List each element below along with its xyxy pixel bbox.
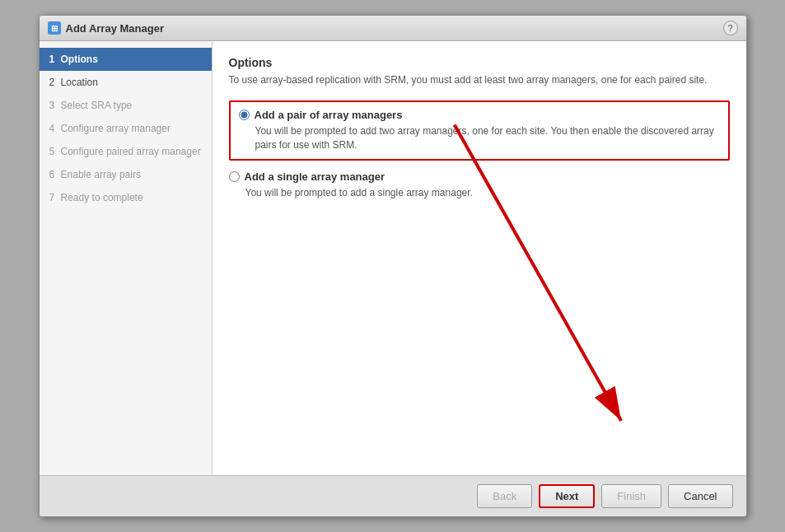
option2-label: Add a single array manager [245,170,385,183]
sidebar-item-label-7: Ready to complete [61,192,143,203]
sidebar-item-enable-pairs: 6 Enable array pairs [40,163,212,186]
section-desc: To use array-based replication with SRM,… [229,74,730,86]
option2-label-row: Add a single array manager [229,170,730,183]
sidebar-item-label-6: Enable array pairs [61,169,141,180]
option2-radio[interactable] [229,171,240,182]
option1-desc: You will be prompted to add two array ma… [239,124,720,152]
dialog-body: 1 Options 2 Location 3 Select SRA type 4… [40,41,746,475]
svg-line-1 [454,125,621,421]
sidebar-item-ready: 7 Ready to complete [40,186,212,209]
cancel-button[interactable]: Cancel [668,484,732,508]
sidebar-item-number-5: 5 [49,146,55,157]
option1-label: Add a pair of array managers [255,109,403,121]
option2-row: Add a single array manager You will be p… [229,170,730,200]
option1-radio[interactable] [239,110,250,120]
add-array-manager-dialog: ⊞ Add Array Manager ? 1 Options 2 Locati… [39,15,747,517]
sidebar-item-configure-array: 4 Configure array manager [40,117,212,140]
next-button[interactable]: Next [539,484,595,508]
section-title: Options [229,56,730,69]
sidebar-item-number-7: 7 [49,192,55,203]
help-button[interactable]: ? [723,21,738,35]
sidebar-item-label-5: Configure paired array manager [61,146,201,157]
sidebar-item-number-2: 2 [49,77,55,88]
sidebar-item-number-4: 4 [49,123,55,134]
back-button[interactable]: Back [477,484,532,508]
dialog-footer: Back Next Finish Cancel [40,475,746,516]
sidebar-item-options[interactable]: 1 Options [40,48,212,71]
option2-desc: You will be prompted to add a single arr… [229,186,730,200]
dialog-title-icon: ⊞ [48,21,61,35]
sidebar-item-label-2: Location [61,77,98,88]
sidebar-item-label-1: Options [61,54,98,65]
sidebar-item-number-1: 1 [49,54,55,65]
sidebar: 1 Options 2 Location 3 Select SRA type 4… [40,41,213,475]
finish-button[interactable]: Finish [601,484,661,508]
option1-label-row: Add a pair of array managers [239,109,720,121]
sidebar-item-label-4: Configure array manager [61,123,171,134]
sidebar-item-configure-paired: 5 Configure paired array manager [40,140,212,163]
dialog-title: Add Array Manager [66,22,164,35]
sidebar-item-number-3: 3 [49,100,55,111]
dialog-titlebar: ⊞ Add Array Manager ? [40,16,746,41]
sidebar-item-label-3: Select SRA type [61,100,133,111]
sidebar-item-number-6: 6 [49,169,55,180]
sidebar-item-location[interactable]: 2 Location [40,71,212,94]
dialog-title-area: ⊞ Add Array Manager [48,21,164,35]
sidebar-item-sra-type: 3 Select SRA type [40,94,212,117]
option1-box: Add a pair of array managers You will be… [229,100,730,161]
main-content: Options To use array-based replication w… [213,41,746,475]
